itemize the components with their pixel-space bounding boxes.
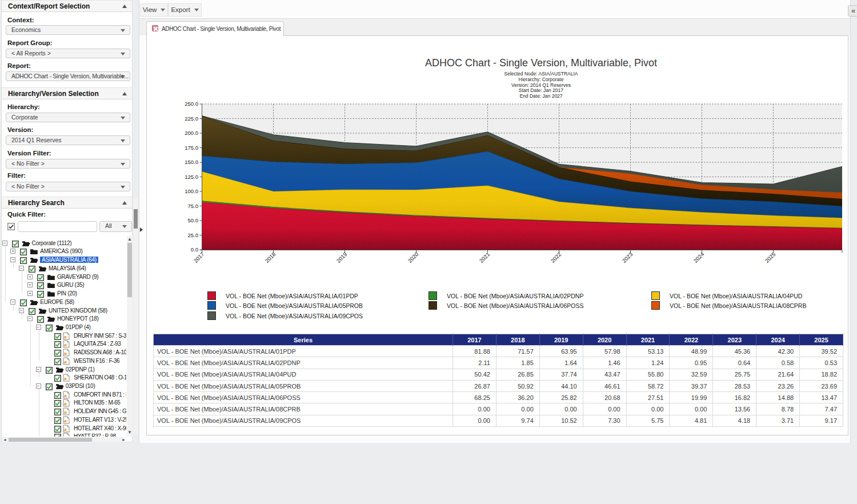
svg-text:200.0: 200.0 (185, 130, 198, 136)
svg-text:100.0: 100.0 (185, 188, 198, 194)
svg-text:2019: 2019 (335, 251, 349, 264)
svg-text:2017: 2017 (193, 251, 206, 264)
svg-text:50.0: 50.0 (188, 217, 199, 223)
svg-text:125.0: 125.0 (185, 174, 198, 180)
svg-text:175.0: 175.0 (185, 145, 198, 151)
svg-text:150.0: 150.0 (185, 159, 198, 165)
svg-text:2021: 2021 (478, 251, 491, 264)
svg-text:75.0: 75.0 (188, 203, 199, 209)
svg-text:2020: 2020 (407, 251, 420, 264)
svg-text:25.0: 25.0 (188, 232, 199, 238)
svg-text:0.0: 0.0 (191, 246, 198, 253)
svg-text:2018: 2018 (264, 251, 277, 264)
svg-text:250.0: 250.0 (185, 101, 198, 107)
svg-text:2024: 2024 (692, 251, 706, 264)
svg-text:2023: 2023 (621, 251, 634, 264)
svg-text:2025: 2025 (764, 251, 777, 264)
svg-text:225.0: 225.0 (185, 115, 198, 122)
svg-text:2022: 2022 (550, 251, 563, 264)
